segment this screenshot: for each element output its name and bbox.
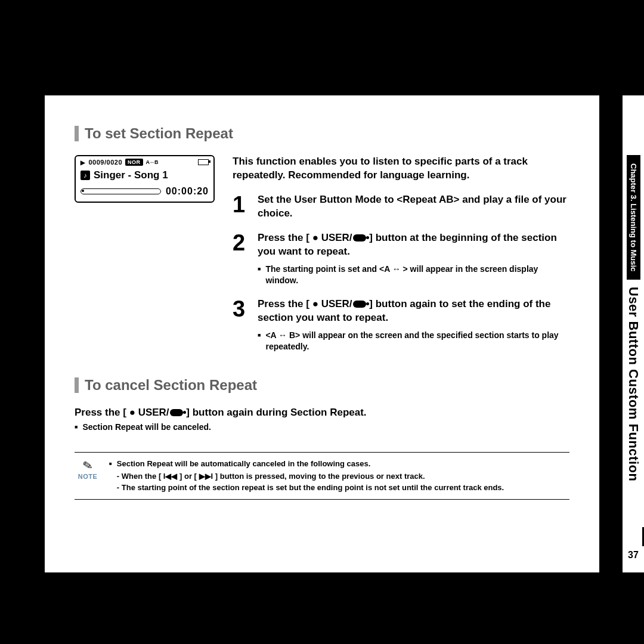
heading-set-text: To set Section Repeat	[85, 125, 233, 142]
step-3-sub: <A ↔ B> will appear on the screen and th…	[265, 330, 569, 353]
heading-set: To set Section Repeat	[75, 125, 569, 142]
step-2-text-pre: Press the [ ● USER/	[258, 232, 352, 243]
note-label: NOTE	[75, 473, 101, 480]
ab-repeat-indicator: A↔B	[146, 159, 159, 165]
play-icon: ▶	[80, 159, 86, 166]
pencil-icon: ✎	[82, 458, 94, 474]
page-number: 37	[628, 550, 639, 572]
track-title: Singer - Song 1	[94, 169, 168, 181]
step-number: 3	[233, 298, 249, 320]
side-tab: Chapter 3. Listening to Music User Butto…	[623, 95, 644, 572]
heading-cancel: To cancel Section Repeat	[75, 377, 569, 394]
progress-bar	[80, 188, 161, 194]
note-dash-1: When the [ I◀◀ ] or [ ▶▶I ] button is pr…	[117, 471, 569, 482]
note-box: ✎ NOTE Section Repeat will be automatica…	[75, 452, 569, 500]
step-3: 3 Press the [ ● USER/ ] button again to …	[233, 298, 569, 353]
user-button-icon	[170, 409, 183, 416]
step-1: 1 Set the User Button Mode to <Repeat AB…	[233, 193, 569, 221]
nor-badge: NOR	[125, 159, 143, 166]
cancel-instruction: Press the [ ● USER/ ] button again durin…	[75, 407, 569, 419]
step-3-text-pre: Press the [ ● USER/	[258, 298, 352, 309]
chapter-label: Chapter 3. Listening to Music	[627, 155, 640, 280]
manual-page: To set Section Repeat ▶ 0009/0020 NOR A↔…	[45, 95, 599, 572]
heading-cancel-text: To cancel Section Repeat	[85, 377, 257, 394]
step-2: 2 Press the [ ● USER/ ] button at the be…	[233, 231, 569, 287]
track-count: 0009/0020	[89, 159, 123, 166]
elapsed-time: 00:00:20	[166, 186, 209, 197]
step-2-sub: The starting point is set and <A ↔ > wil…	[265, 264, 569, 287]
step-number: 2	[233, 231, 249, 254]
heading-bar-icon	[75, 126, 79, 141]
user-button-icon	[353, 234, 366, 242]
cancel-sub-text: Section Repeat will be canceled.	[82, 422, 211, 432]
step-number: 1	[233, 193, 249, 216]
note-lead: Section Repeat will be automatically can…	[117, 459, 371, 468]
player-screen-illustration: ▶ 0009/0020 NOR A↔B ♪ Singer - Song 1 00…	[75, 155, 215, 203]
step-1-text: Set the User Button Mode to <Repeat AB> …	[258, 193, 569, 221]
user-button-icon	[353, 301, 366, 308]
battery-icon	[198, 159, 209, 165]
note-dash-2: The starting point of the section repeat…	[117, 482, 569, 494]
music-note-icon: ♪	[80, 171, 90, 180]
feature-label: User Button Custom Function	[626, 284, 641, 484]
heading-bar-icon	[75, 377, 79, 393]
intro-paragraph: This function enables you to listen to s…	[233, 155, 569, 182]
